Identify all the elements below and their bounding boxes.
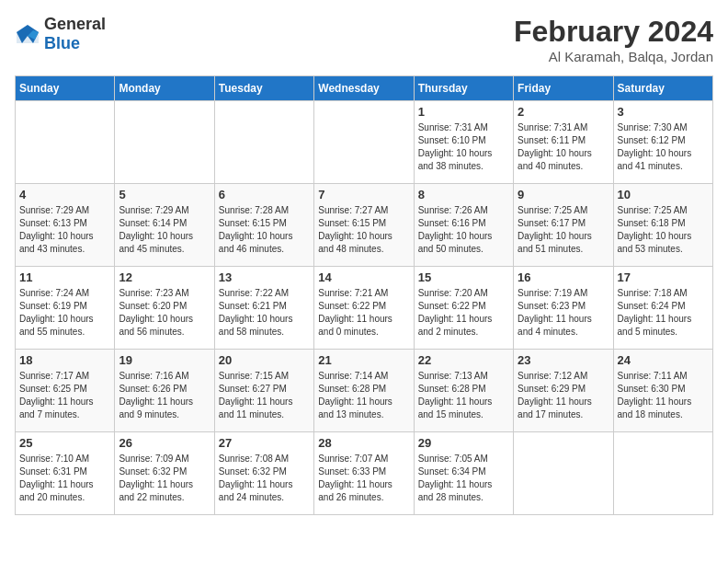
page-header: General Blue February 2024 Al Karamah, B… [15,15,713,64]
calendar-cell [314,101,414,184]
day-number: 15 [418,270,509,284]
day-number: 6 [219,188,310,201]
day-info: Sunrise: 7:23 AM Sunset: 6:20 PM Dayligh… [119,287,210,339]
day-info: Sunrise: 7:24 AM Sunset: 6:19 PM Dayligh… [19,287,110,339]
day-number: 5 [119,188,210,201]
day-info: Sunrise: 7:22 AM Sunset: 6:21 PM Dayligh… [219,287,310,339]
day-number: 18 [19,353,110,367]
day-number: 11 [19,270,110,284]
day-info: Sunrise: 7:05 AM Sunset: 6:34 PM Dayligh… [418,453,509,504]
calendar-cell: 15Sunrise: 7:20 AM Sunset: 6:22 PM Dayli… [414,267,513,350]
header-friday: Friday [514,76,613,101]
day-info: Sunrise: 7:25 AM Sunset: 6:17 PM Dayligh… [518,204,609,256]
day-number: 13 [219,270,310,284]
calendar-cell: 1Sunrise: 7:31 AM Sunset: 6:10 PM Daylig… [414,101,513,184]
month-year-title: February 2024 [514,15,713,49]
calendar-cell: 26Sunrise: 7:09 AM Sunset: 6:32 PM Dayli… [115,432,214,515]
day-number: 28 [318,436,409,450]
calendar-cell: 29Sunrise: 7:05 AM Sunset: 6:34 PM Dayli… [414,432,513,515]
header-sunday: Sunday [16,76,115,101]
calendar-week-4: 18Sunrise: 7:17 AM Sunset: 6:25 PM Dayli… [16,350,713,432]
calendar-cell [613,432,712,515]
day-number: 26 [119,436,210,450]
calendar-cell: 4Sunrise: 7:29 AM Sunset: 6:13 PM Daylig… [16,184,115,267]
calendar-cell: 19Sunrise: 7:16 AM Sunset: 6:26 PM Dayli… [115,350,214,432]
calendar-cell: 28Sunrise: 7:07 AM Sunset: 6:33 PM Dayli… [314,432,414,515]
calendar-cell: 22Sunrise: 7:13 AM Sunset: 6:28 PM Dayli… [414,350,513,432]
day-number: 20 [219,353,310,367]
header-wednesday: Wednesday [314,76,414,101]
day-number: 1 [418,105,509,119]
day-number: 12 [119,270,210,284]
day-number: 9 [518,188,609,201]
day-number: 24 [618,353,709,367]
calendar-cell: 3Sunrise: 7:30 AM Sunset: 6:12 PM Daylig… [613,101,712,184]
header-thursday: Thursday [414,76,513,101]
day-info: Sunrise: 7:28 AM Sunset: 6:15 PM Dayligh… [219,204,310,256]
calendar-cell: 2Sunrise: 7:31 AM Sunset: 6:11 PM Daylig… [514,101,613,184]
day-info: Sunrise: 7:08 AM Sunset: 6:32 PM Dayligh… [219,453,310,504]
calendar-cell: 14Sunrise: 7:21 AM Sunset: 6:22 PM Dayli… [314,267,414,350]
day-info: Sunrise: 7:21 AM Sunset: 6:22 PM Dayligh… [318,287,409,339]
calendar-cell: 11Sunrise: 7:24 AM Sunset: 6:19 PM Dayli… [16,267,115,350]
day-info: Sunrise: 7:11 AM Sunset: 6:30 PM Dayligh… [618,370,709,421]
day-info: Sunrise: 7:29 AM Sunset: 6:14 PM Dayligh… [119,204,210,256]
day-info: Sunrise: 7:10 AM Sunset: 6:31 PM Dayligh… [19,453,110,504]
calendar-cell: 20Sunrise: 7:15 AM Sunset: 6:27 PM Dayli… [214,350,313,432]
day-info: Sunrise: 7:07 AM Sunset: 6:33 PM Dayligh… [318,453,409,504]
logo-general: General [44,15,106,33]
day-info: Sunrise: 7:20 AM Sunset: 6:22 PM Dayligh… [418,287,509,339]
day-number: 23 [518,353,609,367]
day-number: 10 [618,188,709,201]
calendar-table: SundayMondayTuesdayWednesdayThursdayFrid… [15,75,713,515]
day-number: 21 [318,353,409,367]
logo-blue: Blue [44,34,80,52]
calendar-cell: 21Sunrise: 7:14 AM Sunset: 6:28 PM Dayli… [314,350,414,432]
calendar-week-1: 1Sunrise: 7:31 AM Sunset: 6:10 PM Daylig… [16,101,713,184]
day-number: 29 [418,436,509,450]
location-subtitle: Al Karamah, Balqa, Jordan [514,49,713,64]
day-info: Sunrise: 7:26 AM Sunset: 6:16 PM Dayligh… [418,204,509,256]
day-number: 7 [318,188,409,201]
calendar-cell: 6Sunrise: 7:28 AM Sunset: 6:15 PM Daylig… [214,184,313,267]
calendar-week-2: 4Sunrise: 7:29 AM Sunset: 6:13 PM Daylig… [16,184,713,267]
day-info: Sunrise: 7:17 AM Sunset: 6:25 PM Dayligh… [19,370,110,421]
day-number: 25 [19,436,110,450]
day-number: 2 [518,105,609,119]
day-info: Sunrise: 7:25 AM Sunset: 6:18 PM Dayligh… [618,204,709,256]
header-tuesday: Tuesday [214,76,313,101]
calendar-week-5: 25Sunrise: 7:10 AM Sunset: 6:31 PM Dayli… [16,432,713,515]
calendar-cell: 25Sunrise: 7:10 AM Sunset: 6:31 PM Dayli… [16,432,115,515]
day-info: Sunrise: 7:31 AM Sunset: 6:11 PM Dayligh… [518,121,609,173]
calendar-cell: 8Sunrise: 7:26 AM Sunset: 6:16 PM Daylig… [414,184,513,267]
calendar-week-3: 11Sunrise: 7:24 AM Sunset: 6:19 PM Dayli… [16,267,713,350]
day-info: Sunrise: 7:19 AM Sunset: 6:23 PM Dayligh… [518,287,609,339]
day-number: 16 [518,270,609,284]
header-saturday: Saturday [613,76,712,101]
logo: General Blue [15,15,106,53]
day-number: 3 [618,105,709,119]
calendar-cell: 18Sunrise: 7:17 AM Sunset: 6:25 PM Dayli… [16,350,115,432]
day-info: Sunrise: 7:18 AM Sunset: 6:24 PM Dayligh… [618,287,709,339]
day-number: 27 [219,436,310,450]
calendar-cell [514,432,613,515]
calendar-cell: 24Sunrise: 7:11 AM Sunset: 6:30 PM Dayli… [613,350,712,432]
calendar-cell [214,101,313,184]
day-number: 8 [418,188,509,201]
day-info: Sunrise: 7:16 AM Sunset: 6:26 PM Dayligh… [119,370,210,421]
logo-icon [15,23,40,45]
title-area: February 2024 Al Karamah, Balqa, Jordan [514,15,713,64]
calendar-cell: 27Sunrise: 7:08 AM Sunset: 6:32 PM Dayli… [214,432,313,515]
calendar-cell: 23Sunrise: 7:12 AM Sunset: 6:29 PM Dayli… [514,350,613,432]
day-info: Sunrise: 7:13 AM Sunset: 6:28 PM Dayligh… [418,370,509,421]
calendar-cell [115,101,214,184]
day-number: 14 [318,270,409,284]
calendar-header-row: SundayMondayTuesdayWednesdayThursdayFrid… [16,76,713,101]
header-monday: Monday [115,76,214,101]
day-number: 17 [618,270,709,284]
calendar-cell: 13Sunrise: 7:22 AM Sunset: 6:21 PM Dayli… [214,267,313,350]
day-info: Sunrise: 7:30 AM Sunset: 6:12 PM Dayligh… [618,121,709,173]
calendar-cell: 7Sunrise: 7:27 AM Sunset: 6:15 PM Daylig… [314,184,414,267]
calendar-cell: 12Sunrise: 7:23 AM Sunset: 6:20 PM Dayli… [115,267,214,350]
day-info: Sunrise: 7:27 AM Sunset: 6:15 PM Dayligh… [318,204,409,256]
